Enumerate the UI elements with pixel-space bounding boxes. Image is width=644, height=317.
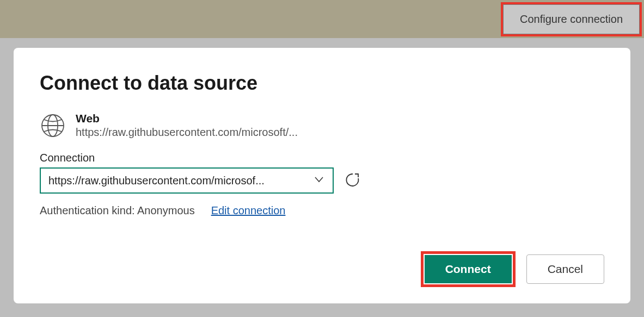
dropdown-selected-text: https://raw.githubusercontent.com/micros…: [48, 175, 265, 187]
connect-button[interactable]: Connect: [425, 255, 512, 283]
connection-dropdown-row: https://raw.githubusercontent.com/micros…: [40, 167, 604, 194]
connection-dropdown[interactable]: https://raw.githubusercontent.com/micros…: [40, 167, 334, 194]
refresh-icon: [345, 172, 361, 190]
highlight-connect: Connect: [421, 251, 516, 287]
data-source-row: Web https://raw.githubusercontent.com/mi…: [40, 112, 604, 139]
source-name: Web: [76, 112, 298, 125]
refresh-button[interactable]: [344, 171, 362, 190]
auth-row: Authentication kind: Anonymous Edit conn…: [40, 204, 604, 217]
connect-dialog: Connect to data source Web https://raw.g…: [14, 48, 630, 303]
highlight-configure: Configure connection: [501, 2, 642, 36]
source-text-block: Web https://raw.githubusercontent.com/mi…: [76, 112, 298, 139]
dialog-title: Connect to data source: [40, 72, 604, 95]
chevron-down-icon: [313, 173, 325, 188]
auth-kind-text: Authentication kind: Anonymous: [40, 204, 195, 217]
configure-connection-button[interactable]: Configure connection: [503, 4, 640, 34]
cancel-button[interactable]: Cancel: [526, 254, 604, 284]
globe-icon: [40, 113, 66, 139]
source-url: https://raw.githubusercontent.com/micros…: [76, 126, 298, 139]
connection-label: Connection: [40, 152, 604, 164]
top-toolbar: Configure connection: [0, 0, 644, 38]
dialog-footer: Connect Cancel: [421, 251, 604, 287]
edit-connection-link[interactable]: Edit connection: [211, 204, 286, 217]
